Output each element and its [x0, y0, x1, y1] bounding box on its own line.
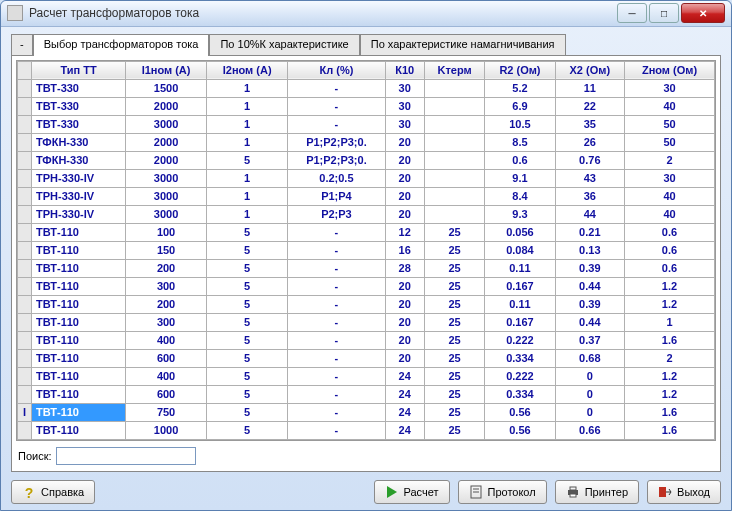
cell-z[interactable]: 50	[625, 133, 715, 151]
cell-kterm[interactable]	[424, 79, 485, 97]
cell-r2[interactable]: 0.11	[485, 295, 555, 313]
table-row[interactable]: ТФКН-33020005Р1;Р2;Р3;0.200.60.762	[18, 151, 715, 169]
cell-k10[interactable]: 28	[385, 259, 424, 277]
table-row[interactable]: ТВТ-1106005-20250.3340.682	[18, 349, 715, 367]
cell-type[interactable]: ТВТ-110	[32, 349, 126, 367]
cell-kl[interactable]: -	[288, 241, 385, 259]
cell-type[interactable]: ТВТ-110	[32, 331, 126, 349]
cell-i2[interactable]: 1	[207, 205, 288, 223]
cell-type[interactable]: ТВТ-110	[32, 259, 126, 277]
cell-z[interactable]: 1.6	[625, 421, 715, 439]
cell-kterm[interactable]	[424, 115, 485, 133]
cell-x2[interactable]: 0.39	[555, 295, 624, 313]
cell-i2[interactable]: 5	[207, 277, 288, 295]
cell-i2[interactable]: 5	[207, 151, 288, 169]
cell-type[interactable]: ТВТ-110	[32, 295, 126, 313]
cell-k10[interactable]: 24	[385, 421, 424, 439]
cell-z[interactable]: 1.2	[625, 277, 715, 295]
cell-r2[interactable]: 0.222	[485, 331, 555, 349]
cell-i1[interactable]: 400	[126, 331, 207, 349]
table-row[interactable]: ТВТ-1103005-20250.1670.441.2	[18, 277, 715, 295]
table-row[interactable]: ТВТ-33020001-306.92240	[18, 97, 715, 115]
cell-x2[interactable]: 0.39	[555, 259, 624, 277]
table-row[interactable]: ТВТ-1103005-20250.1670.441	[18, 313, 715, 331]
cell-r2[interactable]: 0.11	[485, 259, 555, 277]
cell-i1[interactable]: 2000	[126, 151, 207, 169]
cell-kterm[interactable]: 25	[424, 403, 485, 421]
cell-k10[interactable]: 24	[385, 367, 424, 385]
cell-type[interactable]: ТВТ-330	[32, 115, 126, 133]
cell-x2[interactable]: 0.21	[555, 223, 624, 241]
cell-i2[interactable]: 1	[207, 79, 288, 97]
cell-kterm[interactable]: 25	[424, 295, 485, 313]
cell-kl[interactable]: 0.2;0.5	[288, 169, 385, 187]
cell-x2[interactable]: 43	[555, 169, 624, 187]
cell-r2[interactable]: 0.167	[485, 277, 555, 295]
cell-k10[interactable]: 12	[385, 223, 424, 241]
cell-z[interactable]: 2	[625, 349, 715, 367]
cell-i2[interactable]: 1	[207, 115, 288, 133]
cell-x2[interactable]: 35	[555, 115, 624, 133]
table-row[interactable]: ТРН-330-IV30001Р2;Р3209.34440	[18, 205, 715, 223]
cell-type[interactable]: ТРН-330-IV	[32, 169, 126, 187]
cell-type[interactable]: ТФКН-330	[32, 151, 126, 169]
cell-i1[interactable]: 3000	[126, 115, 207, 133]
cell-type[interactable]: ТФКН-330	[32, 133, 126, 151]
cell-kl[interactable]: -	[288, 223, 385, 241]
table-row[interactable]: ТВТ-1104005-20250.2220.371.6	[18, 331, 715, 349]
cell-i2[interactable]: 5	[207, 259, 288, 277]
cell-r2[interactable]: 0.222	[485, 367, 555, 385]
search-input[interactable]	[56, 447, 196, 465]
cell-k10[interactable]: 20	[385, 313, 424, 331]
cell-i2[interactable]: 5	[207, 367, 288, 385]
cell-kterm[interactable]: 25	[424, 277, 485, 295]
cell-kterm[interactable]	[424, 133, 485, 151]
cell-kl[interactable]: -	[288, 115, 385, 133]
table-row[interactable]: ТВТ-1106005-24250.33401.2	[18, 385, 715, 403]
cell-i1[interactable]: 3000	[126, 169, 207, 187]
cell-x2[interactable]: 0.37	[555, 331, 624, 349]
cell-i1[interactable]: 400	[126, 367, 207, 385]
cell-i1[interactable]: 600	[126, 385, 207, 403]
cell-kl[interactable]: -	[288, 367, 385, 385]
cell-kterm[interactable]: 25	[424, 223, 485, 241]
cell-k10[interactable]: 20	[385, 295, 424, 313]
cell-kl[interactable]: -	[288, 403, 385, 421]
cell-r2[interactable]: 0.334	[485, 385, 555, 403]
cell-i1[interactable]: 150	[126, 241, 207, 259]
cell-type[interactable]: ТВТ-110	[32, 385, 126, 403]
cell-i2[interactable]: 1	[207, 169, 288, 187]
cell-z[interactable]: 1.2	[625, 385, 715, 403]
calc-button[interactable]: Расчет	[374, 480, 450, 504]
cell-kterm[interactable]: 25	[424, 421, 485, 439]
cell-type[interactable]: ТРН-330-IV	[32, 205, 126, 223]
cell-kl[interactable]: -	[288, 349, 385, 367]
close-button[interactable]: ✕	[681, 3, 725, 23]
cell-kl[interactable]: -	[288, 421, 385, 439]
cell-k10[interactable]: 20	[385, 187, 424, 205]
tab-select-transformers[interactable]: Выбор трансформаторов тока	[33, 34, 210, 56]
cell-type[interactable]: ТВТ-110	[32, 367, 126, 385]
cell-i1[interactable]: 2000	[126, 97, 207, 115]
cell-type[interactable]: ТРН-330-IV	[32, 187, 126, 205]
cell-kl[interactable]: Р1;Р2;Р3;0.	[288, 151, 385, 169]
cell-z[interactable]: 1.6	[625, 403, 715, 421]
cell-r2[interactable]: 8.4	[485, 187, 555, 205]
cell-z[interactable]: 30	[625, 169, 715, 187]
cell-i2[interactable]: 5	[207, 421, 288, 439]
cell-kl[interactable]: -	[288, 385, 385, 403]
cell-kterm[interactable]	[424, 169, 485, 187]
col-k10[interactable]: К10	[385, 61, 424, 79]
cell-x2[interactable]: 0.68	[555, 349, 624, 367]
cell-k10[interactable]: 20	[385, 169, 424, 187]
table-row[interactable]: IТВТ-1107505-24250.5601.6	[18, 403, 715, 421]
cell-r2[interactable]: 0.056	[485, 223, 555, 241]
cell-k10[interactable]: 20	[385, 205, 424, 223]
cell-z[interactable]: 40	[625, 205, 715, 223]
cell-kterm[interactable]	[424, 97, 485, 115]
cell-type[interactable]: ТВТ-110	[32, 313, 126, 331]
cell-i2[interactable]: 5	[207, 331, 288, 349]
cell-z[interactable]: 1.2	[625, 367, 715, 385]
table-row[interactable]: ТВТ-1101505-16250.0840.130.6	[18, 241, 715, 259]
table-row[interactable]: ТВТ-1101005-12250.0560.210.6	[18, 223, 715, 241]
